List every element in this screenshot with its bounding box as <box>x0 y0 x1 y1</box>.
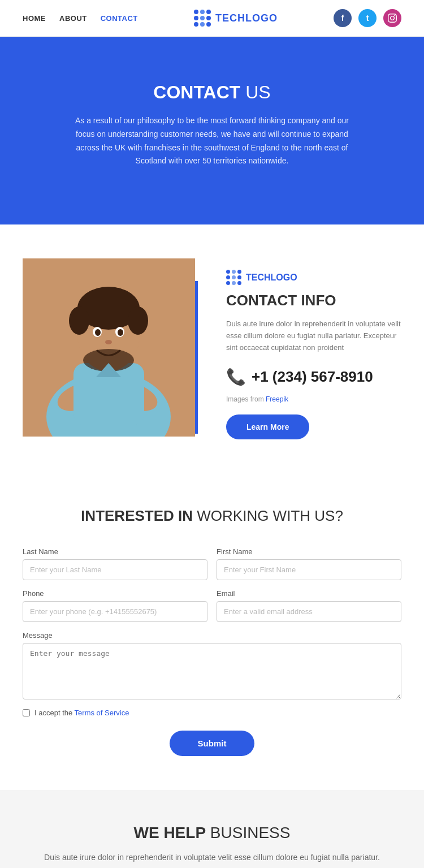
person-photo-wrapper <box>23 258 204 439</box>
nav-home[interactable]: HOME <box>23 14 46 23</box>
submit-button[interactable]: Submit <box>170 731 255 756</box>
svg-point-14 <box>105 340 112 344</box>
message-label: Message <box>23 631 401 640</box>
terms-label: I accept the Terms of Service <box>34 709 129 717</box>
email-input[interactable] <box>217 601 401 622</box>
hero-description: As a result of our philosophy to be the … <box>65 114 359 168</box>
interested-section: INTERESTED IN WORKING WITH US? Last Name… <box>0 473 424 790</box>
svg-point-13 <box>118 329 123 336</box>
nav-about[interactable]: ABOUT <box>59 14 87 23</box>
contact-info-section: TECHLOGO CONTACT INFO Duis aute irure do… <box>0 224 424 473</box>
we-help-title: WE HELP BUSINESS <box>23 824 401 842</box>
phone-row: 📞 +1 (234) 567-8910 <box>226 368 401 386</box>
name-fields-row: Last Name First Name Phone Email <box>23 547 401 622</box>
learn-more-button[interactable]: Learn More <box>226 414 309 439</box>
phone-label: Phone <box>23 589 207 598</box>
first-name-label: First Name <box>217 547 401 556</box>
terms-row: I accept the Terms of Service <box>23 709 401 717</box>
hero-title: CONTACT US <box>23 82 401 103</box>
twitter-icon[interactable]: t <box>358 9 377 27</box>
contact-info-title: CONTACT INFO <box>226 292 401 309</box>
last-name-input[interactable] <box>23 559 207 580</box>
message-group: Message <box>23 631 401 702</box>
images-from: Images from Freepik <box>226 395 401 403</box>
email-label: Email <box>217 589 401 598</box>
svg-point-8 <box>69 306 89 335</box>
contact-logo-dots <box>226 270 241 285</box>
contact-logo: TECHLOGO <box>226 270 401 285</box>
logo-text: TECHLOGO <box>215 12 278 24</box>
contact-logo-text: TECHLOGO <box>246 273 297 283</box>
message-textarea[interactable] <box>23 643 401 699</box>
navbar: HOME ABOUT CONTACT TECHLOGO f t <box>0 0 424 37</box>
phone-group: Phone <box>23 589 207 622</box>
phone-input[interactable] <box>23 601 207 622</box>
we-help-section: WE HELP BUSINESS Duis aute irure dolor i… <box>0 790 424 868</box>
instagram-icon[interactable] <box>383 9 401 27</box>
interested-title: INTERESTED IN WORKING WITH US? <box>23 507 401 525</box>
submit-row: Submit <box>23 731 401 756</box>
contact-details: TECHLOGO CONTACT INFO Duis aute irure do… <box>226 258 401 439</box>
facebook-icon[interactable]: f <box>334 9 352 27</box>
contact-description: Duis aute irure dolor in reprehenderit i… <box>226 318 401 353</box>
svg-point-12 <box>95 329 101 336</box>
svg-point-9 <box>128 306 148 335</box>
email-group: Email <box>217 589 401 622</box>
nav-links: HOME ABOUT CONTACT <box>23 14 138 23</box>
phone-icon: 📞 <box>226 368 246 386</box>
last-name-group: Last Name <box>23 547 207 580</box>
logo-dots <box>194 10 211 27</box>
logo: TECHLOGO <box>194 10 278 27</box>
social-icons: f t <box>334 9 401 27</box>
phone-number: +1 (234) 567-8910 <box>252 368 373 386</box>
last-name-label: Last Name <box>23 547 207 556</box>
hero-section: CONTACT US As a result of our philosophy… <box>0 37 424 224</box>
terms-link[interactable]: Terms of Service <box>75 709 129 717</box>
terms-checkbox[interactable] <box>23 709 30 716</box>
person-photo <box>23 258 195 437</box>
first-name-input[interactable] <box>217 559 401 580</box>
we-help-description: Duis aute irure dolor in reprehenderit i… <box>23 851 401 863</box>
freepik-link[interactable]: Freepik <box>266 395 288 403</box>
nav-contact[interactable]: CONTACT <box>101 14 138 23</box>
first-name-group: First Name <box>217 547 401 580</box>
